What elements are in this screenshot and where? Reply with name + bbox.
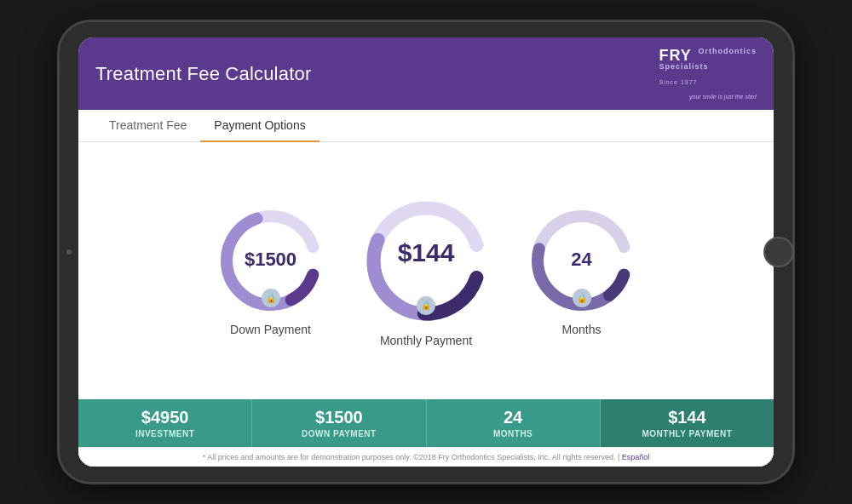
- summary-down-payment-label: Down Payment: [259, 429, 418, 438]
- gauge-monthly-payment-circle[interactable]: $144 🔒: [360, 195, 492, 327]
- summary-months-label: Months: [434, 429, 593, 438]
- lock-icon-down-payment: 🔒: [262, 289, 280, 307]
- gauge-down-payment: $1500 🔒 Down Payment: [216, 205, 326, 336]
- footer-text: * All prices and amounts are for demonst…: [203, 453, 620, 461]
- tablet-frame: Treatment Fee Calculator FRY Orthodontic…: [60, 22, 792, 482]
- summary-down-payment-value: $1500: [259, 408, 418, 427]
- summary-investment-label: Investment: [85, 429, 245, 438]
- gauge-down-payment-circle[interactable]: $1500 🔒: [216, 205, 326, 316]
- summary-down-payment: $1500 Down Payment: [252, 399, 426, 447]
- gauge-months-circle[interactable]: 24 🔒: [527, 205, 637, 316]
- gauge-months: 24 🔒 Months: [527, 205, 637, 336]
- logo-container: FRY OrthodonticsSpecialistsSince 1977 yo…: [659, 48, 757, 100]
- logo-text: FRY OrthodonticsSpecialistsSince 1977: [659, 48, 757, 94]
- app-header: Treatment Fee Calculator FRY Orthodontic…: [78, 37, 774, 110]
- main-content: $1500 🔒 Down Payment: [78, 142, 774, 467]
- gauge-down-payment-label: Down Payment: [230, 323, 311, 336]
- gauges-section: $1500 🔒 Down Payment: [78, 142, 774, 399]
- footer: * All prices and amounts are for demonst…: [78, 447, 774, 467]
- tab-bar: Treatment Fee Payment Options: [78, 110, 774, 142]
- lock-icon-monthly-payment: 🔒: [417, 296, 435, 315]
- summary-monthly-payment-label: Monthly Payment: [607, 429, 767, 438]
- gauge-monthly-payment: $144 🔒 Monthly Payment: [360, 195, 492, 347]
- gauge-months-label: Months: [562, 323, 602, 336]
- screen: Treatment Fee Calculator FRY Orthodontic…: [78, 37, 774, 467]
- summary-monthly-payment: $144 Monthly Payment: [601, 399, 774, 447]
- summary-investment-value: $4950: [85, 408, 245, 427]
- gauge-monthly-payment-label: Monthly Payment: [380, 334, 472, 347]
- tab-payment-options[interactable]: Payment Options: [200, 110, 319, 142]
- summary-months: 24 Months: [427, 399, 601, 447]
- summary-bar: $4950 Investment $1500 Down Payment 24 M…: [78, 399, 774, 447]
- tab-treatment-fee[interactable]: Treatment Fee: [95, 110, 200, 142]
- summary-months-value: 24: [434, 408, 593, 427]
- gauge-months-value: 24: [571, 249, 591, 271]
- app-title: Treatment Fee Calculator: [95, 63, 311, 85]
- gauge-down-payment-value: $1500: [245, 249, 296, 271]
- gauge-monthly-payment-value: $144: [398, 239, 455, 268]
- summary-investment: $4950 Investment: [78, 399, 252, 447]
- logo-tagline: your smile is just the start: [689, 94, 757, 100]
- summary-monthly-payment-value: $144: [607, 408, 767, 427]
- espanol-link[interactable]: Español: [622, 453, 650, 461]
- logo-fry: FRY: [659, 47, 691, 64]
- lock-icon-months: 🔒: [573, 289, 591, 307]
